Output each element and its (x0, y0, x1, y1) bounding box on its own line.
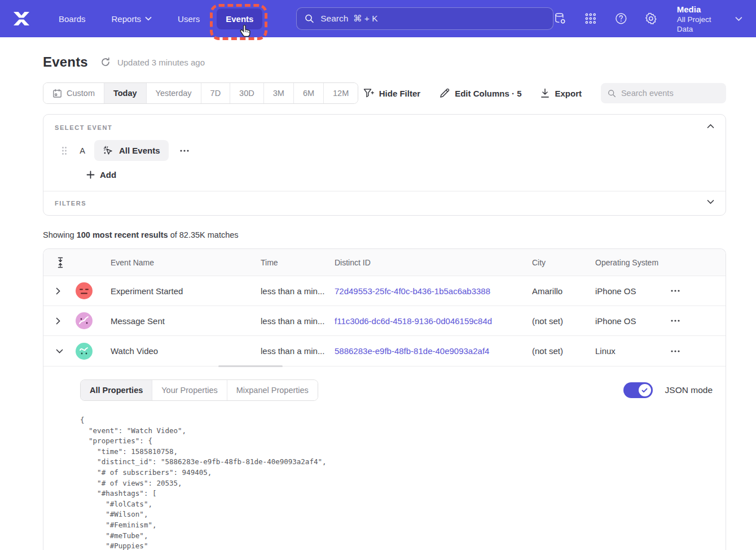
cell-distinct-id[interactable]: 5886283e-e9fb-48fb-81de-40e9093a2af4 (327, 346, 525, 356)
nav-item-boards[interactable]: Boards (50, 8, 95, 29)
date-range-label: 7D (210, 89, 221, 98)
column-header-distinct-id[interactable]: Distinct ID (327, 258, 525, 267)
json-mode-toggle[interactable] (623, 382, 653, 398)
column-header-operating-system[interactable]: Operating System (588, 258, 671, 267)
nav-item-users[interactable]: Users (169, 8, 209, 29)
navbar-right-group: Media All Project Data (553, 4, 742, 34)
row-actions-icon[interactable] (671, 350, 726, 352)
plus-icon (86, 171, 95, 179)
project-selector[interactable]: Media All Project Data (677, 4, 742, 34)
apps-grid-icon[interactable] (584, 12, 597, 25)
date-range-label: 6M (303, 89, 314, 98)
tab-all-properties[interactable]: All Properties (81, 380, 152, 400)
search-events-field[interactable] (601, 83, 726, 103)
table-row-expanded: Watch Video less than a min... 5886283e-… (43, 336, 726, 366)
event-cursor-sparkle-icon (103, 145, 114, 156)
help-icon[interactable] (614, 12, 628, 25)
cell-os: iPhone OS (588, 316, 671, 326)
date-range-label: 3M (273, 89, 284, 98)
add-event-button[interactable]: Add (86, 170, 714, 180)
date-range-label: 30D (239, 89, 254, 98)
event-details-panel: All Properties Your Properties Mixpanel … (43, 366, 726, 550)
date-range-custom[interactable]: Custom (43, 83, 104, 103)
event-avatar (76, 282, 93, 299)
hide-filter-label: Hide Filter (379, 89, 420, 98)
export-label: Export (555, 89, 582, 98)
nav-item-label: Reports (112, 14, 142, 24)
date-range-label: Today (113, 89, 137, 98)
mixpanel-logo-icon[interactable] (12, 11, 30, 27)
search-icon (608, 89, 616, 98)
global-search-input[interactable] (320, 14, 545, 24)
collapse-row-icon[interactable] (43, 349, 68, 353)
event-row-more-icon[interactable] (177, 149, 192, 153)
tab-mixpanel-properties[interactable]: Mixpanel Properties (227, 380, 318, 400)
column-header-time[interactable]: Time (253, 258, 327, 267)
cell-event-name[interactable]: Watch Video (103, 346, 253, 356)
filters-section[interactable]: FILTERS (43, 191, 726, 215)
horizontal-scrollbar-thumb[interactable] (218, 365, 283, 367)
event-step-letter: A (78, 146, 86, 155)
filter-icon (363, 88, 374, 98)
add-label: Add (100, 170, 116, 180)
global-search[interactable] (296, 7, 553, 30)
row-actions-icon[interactable] (671, 320, 726, 322)
date-range-7d[interactable]: 7D (201, 83, 231, 103)
date-range-today[interactable]: Today (104, 83, 147, 103)
date-range-label: 12M (333, 89, 349, 98)
nav-item-reports[interactable]: Reports (103, 8, 161, 29)
date-range-3m[interactable]: 3M (264, 83, 294, 103)
top-navbar: Boards Reports Users Events (0, 0, 756, 37)
tab-your-properties[interactable]: Your Properties (152, 380, 227, 400)
nav-item-events[interactable]: Events (217, 8, 262, 29)
edit-columns-button[interactable]: Edit Columns · 5 (439, 88, 521, 98)
nav-item-label: Users (178, 14, 200, 24)
expand-section-icon[interactable] (705, 197, 717, 207)
drag-handle-icon[interactable] (61, 146, 67, 155)
event-row: A All Events (55, 140, 714, 161)
expand-row-icon[interactable] (43, 287, 68, 295)
page-header: Events Updated 3 minutes ago (43, 54, 726, 70)
column-header-event-name[interactable]: Event Name (103, 258, 253, 267)
tab-label: Mixpanel Properties (236, 386, 309, 395)
export-button[interactable]: Export (540, 88, 582, 98)
results-prefix: Showing (43, 230, 77, 239)
date-range-6m[interactable]: 6M (294, 83, 324, 103)
hide-filter-button[interactable]: Hide Filter (363, 88, 420, 98)
date-range-30d[interactable]: 30D (230, 83, 264, 103)
column-header-city[interactable]: City (525, 258, 588, 267)
select-event-label: SELECT EVENT (55, 124, 714, 131)
event-selector-pill[interactable]: All Events (94, 140, 169, 161)
cell-distinct-id[interactable]: 72d49553-25fc-4f0c-b436-1b5ac6ab3388 (327, 286, 525, 296)
expand-row-icon[interactable] (43, 317, 68, 325)
collapse-all-rows-icon[interactable] (43, 257, 68, 268)
date-range-12m[interactable]: 12M (324, 83, 358, 103)
settings-icon[interactable] (644, 12, 658, 25)
json-mode-control: JSON mode (623, 382, 714, 398)
events-table: Event Name Time Distinct ID City Operati… (43, 248, 726, 550)
cell-event-name[interactable]: Experiment Started (103, 286, 253, 296)
calendar-icon (52, 89, 62, 98)
pencil-icon (439, 88, 450, 98)
data-management-icon[interactable] (553, 12, 567, 25)
event-avatar (76, 312, 93, 329)
tab-label: Your Properties (161, 386, 217, 395)
date-range-yesterday[interactable]: Yesterday (147, 83, 201, 103)
search-events-input[interactable] (621, 89, 719, 98)
cell-event-name[interactable]: Message Sent (103, 316, 253, 326)
cell-os: Linux (588, 346, 671, 356)
row-actions-icon[interactable] (671, 290, 726, 292)
tab-label: All Properties (90, 386, 143, 395)
cell-distinct-id[interactable]: f11c30d6-dc6d-4518-9136-0d046159c84d (327, 316, 525, 326)
refresh-icon[interactable] (100, 57, 111, 67)
search-icon (305, 14, 314, 24)
cell-time: less than a min... (253, 286, 327, 296)
toggle-check-icon (639, 384, 651, 396)
event-avatar (76, 343, 93, 360)
date-range-control: Custom Today Yesterday 7D 30D 3M 6M 12M (43, 82, 358, 104)
collapse-section-icon[interactable] (705, 121, 717, 131)
properties-tabs: All Properties Your Properties Mixpanel … (80, 379, 318, 401)
toolbar: Custom Today Yesterday 7D 30D 3M 6M 12M … (43, 82, 726, 104)
cell-city: Amarillo (525, 286, 588, 296)
cell-time: less than a min... (253, 316, 327, 326)
